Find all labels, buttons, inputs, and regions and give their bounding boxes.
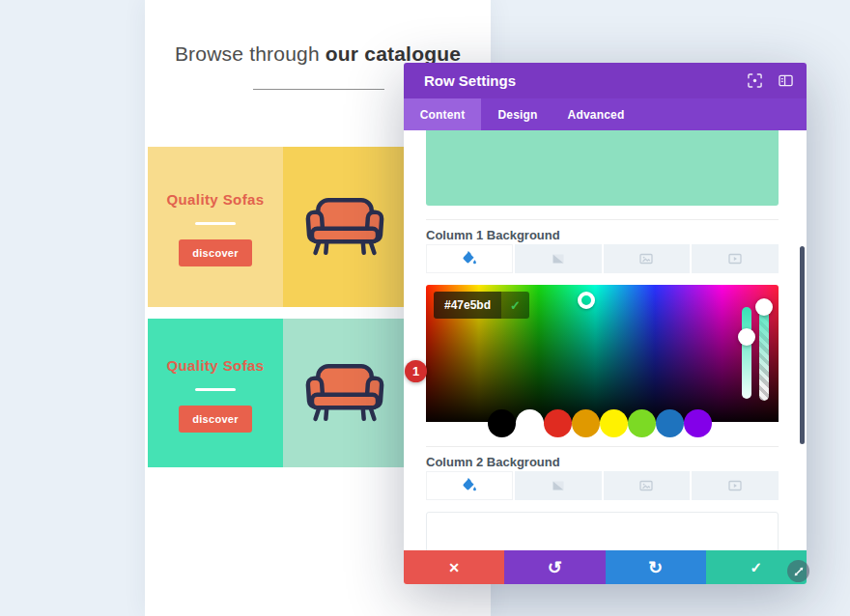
card-left-panel: Quality Sofas discover (148, 147, 283, 307)
color-saturation-field[interactable]: #47e5bd ✓ (426, 285, 779, 422)
color-swatch[interactable] (488, 409, 516, 437)
image-icon (638, 478, 654, 493)
gradient-icon (551, 478, 566, 493)
column2-color-field[interactable] (426, 512, 779, 550)
column2-background-label: Column 2 Background (426, 455, 560, 469)
preset-color-swatches (488, 409, 712, 437)
modal-scrollbar[interactable] (800, 246, 805, 444)
card-title: Quality Sofas (166, 357, 264, 374)
discover-button[interactable]: discover (179, 239, 252, 266)
color-swatch[interactable] (628, 409, 656, 437)
background-gradient-tab[interactable] (515, 244, 602, 273)
card-quality-sofas-yellow: Quality Sofas discover (148, 147, 406, 307)
section-divider (426, 219, 779, 220)
card-right-panel (283, 147, 406, 307)
tab-design[interactable]: Design (481, 98, 554, 130)
hex-value[interactable]: #47e5bd (434, 292, 501, 319)
row-settings-modal: Row Settings Content Design Advanced Col… (404, 63, 807, 584)
tab-advanced[interactable]: Advanced (554, 98, 638, 130)
confirm-color-button[interactable]: ✓ (501, 292, 529, 319)
redo-button[interactable]: ↻ (606, 550, 706, 584)
brightness-slider[interactable] (742, 307, 751, 399)
card-quality-sofas-teal: Quality Sofas discover (148, 319, 406, 467)
column2-background-type-tabs (426, 471, 779, 500)
page-title-bold: our catalogue (326, 42, 461, 65)
expand-preview-icon[interactable] (748, 73, 762, 88)
title-divider (253, 89, 384, 90)
tab-content[interactable]: Content (404, 98, 481, 130)
background-color-tab[interactable] (426, 471, 513, 500)
column1-color-preview[interactable] (426, 130, 779, 206)
card-left-panel: Quality Sofas discover (148, 319, 283, 467)
modal-body: Column 1 Background (404, 130, 807, 550)
color-swatch[interactable] (544, 409, 572, 437)
resize-handle[interactable] (787, 560, 809, 582)
column1-background-label: Column 1 Background (426, 228, 560, 242)
modal-footer: ✕ ↺ ↻ ✓ (404, 550, 807, 584)
modal-title: Row Settings (424, 72, 731, 89)
paint-bucket-icon (462, 251, 477, 266)
color-swatch[interactable] (572, 409, 600, 437)
gradient-icon (551, 251, 566, 266)
column1-background-type-tabs (426, 244, 779, 273)
image-icon (638, 251, 654, 266)
sofa-icon (297, 360, 393, 426)
color-selector-ring[interactable] (578, 292, 595, 309)
brightness-slider-handle[interactable] (738, 328, 755, 346)
undo-button[interactable]: ↺ (504, 550, 605, 584)
background-image-tab[interactable] (604, 244, 691, 273)
page-title-regular: Browse through (175, 42, 326, 65)
paint-bucket-icon (462, 478, 477, 493)
video-icon (727, 251, 743, 266)
background-image-tab[interactable] (604, 471, 691, 500)
video-icon (727, 478, 743, 493)
sofa-icon (297, 194, 393, 260)
hex-color-input[interactable]: #47e5bd ✓ (434, 292, 529, 319)
split-view-icon[interactable] (779, 73, 793, 88)
card-underline (195, 222, 236, 225)
discover-button[interactable]: discover (179, 406, 252, 433)
background-color-tab[interactable] (426, 244, 513, 273)
modal-header: Row Settings (404, 63, 807, 98)
card-title: Quality Sofas (166, 191, 264, 208)
background-video-tab[interactable] (692, 471, 779, 500)
background-video-tab[interactable] (692, 244, 779, 273)
resize-arrow-icon (793, 566, 805, 577)
card-right-panel (283, 319, 406, 467)
color-swatch[interactable] (600, 409, 628, 437)
color-swatch[interactable] (516, 409, 544, 437)
color-swatch[interactable] (656, 409, 684, 437)
section-divider (426, 446, 779, 447)
modal-tab-bar: Content Design Advanced (404, 98, 807, 130)
page-background: Browse through our catalogue Quality Sof… (0, 0, 850, 616)
annotation-badge: 1 (405, 360, 427, 382)
discard-button[interactable]: ✕ (404, 550, 504, 584)
card-underline (195, 388, 236, 391)
background-gradient-tab[interactable] (515, 471, 602, 500)
opacity-slider-handle[interactable] (755, 298, 773, 316)
color-swatch[interactable] (684, 409, 712, 437)
